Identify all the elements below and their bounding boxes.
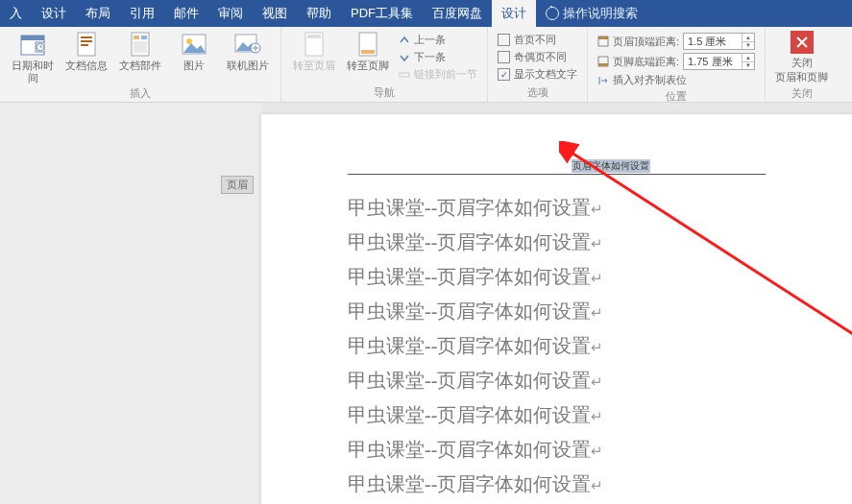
header-top-row: 页眉顶端距离: ▲▼: [597, 33, 755, 50]
group-insert-label: 插入: [130, 86, 151, 101]
svg-rect-10: [141, 36, 147, 39]
paragraph[interactable]: 甲虫课堂--页眉字体如何设置↵: [348, 260, 794, 295]
tab-layout[interactable]: 布局: [76, 0, 120, 27]
paragraph[interactable]: 甲虫课堂--页眉字体如何设置↵: [348, 191, 794, 226]
group-close: 关闭 页眉和页脚 关闭: [766, 27, 838, 102]
svg-rect-17: [307, 35, 321, 38]
paragraph[interactable]: 甲虫课堂--页眉字体如何设置↵: [348, 364, 794, 398]
tab-design1[interactable]: 设计: [32, 0, 76, 27]
tab-review[interactable]: 审阅: [208, 0, 253, 27]
ribbon: 日期和时间 文档信息 文档部件 图片: [0, 27, 852, 103]
paragraph[interactable]: 甲虫课堂--页眉字体如何设置↵: [348, 226, 794, 260]
link-icon: [399, 69, 410, 81]
checkbox-checked-icon: ✓: [498, 68, 510, 81]
paragraph[interactable]: 甲虫课堂--页眉字体如何设置↵: [348, 433, 794, 468]
header-zone[interactable]: 页眉字体如何设置: [348, 153, 766, 175]
tab-references[interactable]: 引用: [120, 0, 164, 27]
tab-mailings[interactable]: 邮件: [164, 0, 208, 27]
svg-rect-7: [81, 44, 88, 46]
insert-alignment-tab-label: 插入对齐制表位: [613, 73, 687, 87]
tab-strip: 入 设计 布局 引用 邮件 审阅 视图 帮助 PDF工具集 百度网盘 设计 操作…: [0, 0, 852, 27]
svg-rect-9: [134, 36, 139, 39]
quickparts-icon: [126, 31, 155, 58]
online-picture-icon: [233, 31, 262, 58]
online-picture-label: 联机图片: [227, 60, 269, 72]
different-first-page-checkbox[interactable]: 首页不同: [498, 33, 577, 47]
header-selected-text[interactable]: 页眉字体如何设置: [572, 159, 650, 173]
online-picture-button[interactable]: 联机图片: [225, 31, 271, 72]
close-icon: [791, 31, 814, 54]
tab-baidu-netdisk[interactable]: 百度网盘: [423, 0, 492, 27]
page[interactable]: 页眉字体如何设置 页眉 甲虫课堂--页眉字体如何设置↵甲虫课堂--页眉字体如何设…: [261, 114, 852, 504]
goto-header-button[interactable]: 转至页眉: [291, 31, 337, 72]
insert-alignment-tab-button[interactable]: 插入对齐制表位: [597, 73, 755, 87]
docinfo-label: 文档信息: [65, 60, 108, 72]
spinner-buttons[interactable]: ▲▼: [742, 34, 754, 49]
svg-rect-24: [598, 63, 608, 66]
group-insert: 日期和时间 文档信息 文档部件 图片: [0, 27, 281, 102]
spinner-buttons[interactable]: ▲▼: [742, 54, 754, 69]
svg-rect-20: [400, 73, 409, 77]
footer-bottom-spinner[interactable]: ▲▼: [683, 53, 755, 70]
different-odd-even-label: 奇偶页不同: [514, 50, 567, 64]
datetime-label: 日期和时间: [10, 60, 56, 84]
paragraph[interactable]: 甲虫课堂--页眉字体如何设置↵: [348, 398, 794, 433]
close-header-footer-button[interactable]: 关闭 页眉和页脚: [775, 31, 828, 84]
group-options: 首页不同 奇偶页不同 ✓ 显示文档文字 选项: [488, 27, 588, 102]
svg-rect-5: [81, 36, 92, 38]
next-label: 下一条: [414, 50, 446, 64]
left-gutter: [0, 103, 261, 504]
goto-header-icon: [300, 31, 329, 58]
header-top-spinner[interactable]: ▲▼: [683, 33, 755, 50]
document-body[interactable]: 甲虫课堂--页眉字体如何设置↵甲虫课堂--页眉字体如何设置↵甲虫课堂--页眉字体…: [348, 191, 794, 504]
close-label2: 页眉和页脚: [775, 70, 828, 84]
tell-me-search[interactable]: 操作说明搜索: [536, 0, 647, 27]
show-document-text-label: 显示文档文字: [514, 67, 577, 82]
picture-label: 图片: [183, 60, 205, 72]
next-section-button[interactable]: 下一条: [399, 50, 477, 64]
prev-section-button[interactable]: 上一条: [399, 33, 477, 47]
lightbulb-icon: [546, 7, 559, 20]
quickparts-button[interactable]: 文档部件: [117, 31, 163, 72]
checkbox-icon: [498, 51, 510, 63]
footer-bottom-row: 页脚底端距离: ▲▼: [597, 53, 755, 70]
tab-headerfooter-design[interactable]: 设计: [492, 0, 536, 27]
link-previous-button[interactable]: 链接到前一节: [399, 67, 477, 82]
paragraph[interactable]: 甲虫课堂--页眉字体如何设置↵: [348, 295, 794, 329]
close-label1: 关闭: [791, 56, 813, 70]
tab-pdf-tools[interactable]: PDF工具集: [341, 0, 423, 27]
picture-icon: [180, 31, 208, 58]
tab-help[interactable]: 帮助: [297, 0, 341, 27]
header-top-icon: [597, 36, 609, 47]
datetime-button[interactable]: 日期和时间: [10, 31, 56, 84]
tab-insert-partial[interactable]: 入: [0, 0, 32, 27]
next-icon: [399, 52, 410, 63]
footer-bottom-icon: [597, 56, 609, 67]
different-first-page-label: 首页不同: [514, 33, 556, 47]
prev-label: 上一条: [414, 33, 446, 47]
checkbox-icon: [498, 34, 510, 46]
goto-header-label: 转至页眉: [293, 60, 335, 72]
calendar-icon: [18, 31, 47, 58]
svg-rect-11: [134, 41, 147, 53]
header-top-input[interactable]: [684, 34, 742, 49]
prev-icon: [399, 35, 410, 46]
quickparts-label: 文档部件: [119, 60, 161, 72]
svg-rect-19: [361, 50, 375, 54]
footer-bottom-input[interactable]: [684, 54, 742, 69]
group-close-label: 关闭: [791, 86, 813, 101]
group-options-label: 选项: [527, 85, 548, 100]
paragraph[interactable]: 甲虫课堂--页眉字体如何设置↵: [348, 329, 794, 364]
different-odd-even-checkbox[interactable]: 奇偶页不同: [498, 50, 577, 64]
header-tag: 页眉: [221, 176, 254, 194]
group-navigation: 转至页眉 转至页脚 上一条 下一条 链接到前一节: [281, 27, 488, 102]
docinfo-button[interactable]: 文档信息: [63, 31, 110, 72]
document-area: 页眉字体如何设置 页眉 甲虫课堂--页眉字体如何设置↵甲虫课堂--页眉字体如何设…: [0, 103, 852, 504]
tell-me-label: 操作说明搜索: [563, 5, 638, 22]
picture-button[interactable]: 图片: [171, 31, 217, 72]
goto-footer-button[interactable]: 转至页脚: [345, 31, 391, 72]
svg-rect-6: [81, 40, 92, 42]
show-document-text-checkbox[interactable]: ✓ 显示文档文字: [498, 67, 577, 82]
tab-view[interactable]: 视图: [253, 0, 297, 27]
paragraph[interactable]: 甲虫课堂--页眉字体如何设置↵: [348, 468, 794, 502]
